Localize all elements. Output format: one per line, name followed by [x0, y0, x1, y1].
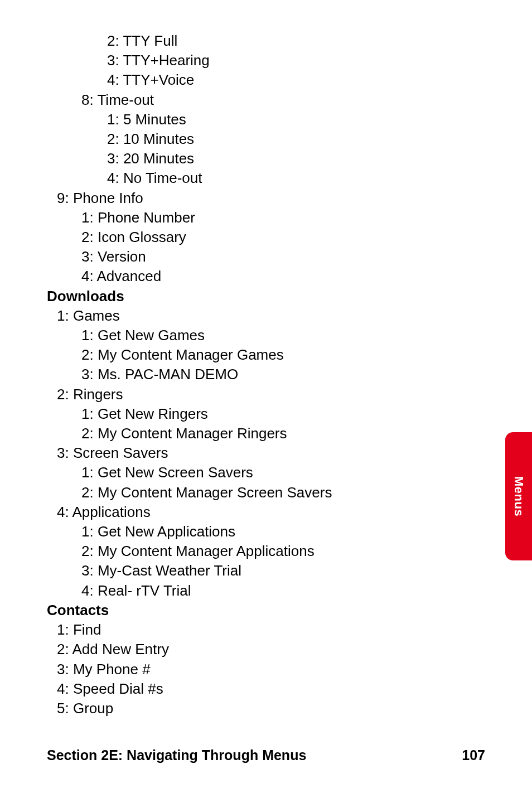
menu-item: 2: My Content Manager Screen Savers — [47, 483, 485, 502]
menu-item: 3: Version — [47, 247, 485, 267]
menu-item: 1: Games — [47, 306, 485, 326]
menu-item: 4: Real- rTV Trial — [47, 581, 485, 601]
page-footer: Section 2E: Navigating Through Menus 107 — [47, 747, 485, 763]
menu-item: 3: My Phone # — [47, 660, 485, 679]
menu-item: 2: TTY Full — [47, 31, 485, 51]
menu-item: 1: Get New Screen Savers — [47, 463, 485, 482]
menu-item: 3: Ms. PAC-MAN DEMO — [47, 365, 485, 384]
menu-item: 4: No Time-out — [47, 168, 485, 188]
menu-item: 2: My Content Manager Games — [47, 345, 485, 365]
menu-item: 2: My Content Manager Ringers — [47, 424, 485, 443]
menu-item: 5: Group — [47, 699, 485, 718]
section-tab-menus: Menus — [505, 432, 532, 560]
menu-heading-contacts: Contacts — [47, 601, 485, 620]
menu-item: 1: Phone Number — [47, 208, 485, 228]
menu-item: 9: Phone Info — [47, 188, 485, 208]
menu-item: 2: Icon Glossary — [47, 228, 485, 247]
menu-outline: 2: TTY Full 3: TTY+Hearing 4: TTY+Voice … — [47, 31, 485, 718]
menu-item: 4: TTY+Voice — [47, 70, 485, 90]
menu-item: 8: Time-out — [47, 90, 485, 110]
menu-item: 4: Speed Dial #s — [47, 679, 485, 699]
menu-item: 3: TTY+Hearing — [47, 51, 485, 70]
menu-item: 3: 20 Minutes — [47, 149, 485, 168]
menu-item: 1: Find — [47, 620, 485, 640]
menu-item: 4: Advanced — [47, 267, 485, 286]
menu-item: 1: Get New Ringers — [47, 404, 485, 424]
section-tab-label: Menus — [511, 476, 526, 516]
menu-item: 3: Screen Savers — [47, 443, 485, 463]
page-number: 107 — [462, 747, 485, 763]
section-title: Section 2E: Navigating Through Menus — [47, 747, 306, 763]
menu-item: 3: My-Cast Weather Trial — [47, 561, 485, 581]
menu-item: 1: Get New Applications — [47, 522, 485, 541]
menu-item: 2: 10 Minutes — [47, 129, 485, 149]
menu-item: 2: Ringers — [47, 385, 485, 404]
menu-item: 2: My Content Manager Applications — [47, 541, 485, 561]
menu-item: 1: Get New Games — [47, 326, 485, 345]
menu-heading-downloads: Downloads — [47, 287, 485, 306]
menu-item: 4: Applications — [47, 502, 485, 522]
menu-item: 1: 5 Minutes — [47, 110, 485, 129]
menu-item: 2: Add New Entry — [47, 640, 485, 659]
page: 2: TTY Full 3: TTY+Hearing 4: TTY+Voice … — [0, 0, 532, 798]
